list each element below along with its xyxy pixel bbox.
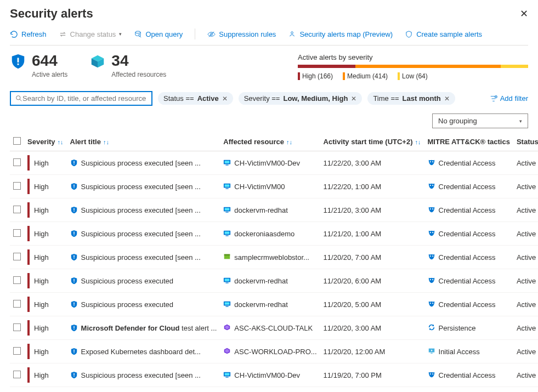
svg-point-21	[429, 185, 431, 186]
active-alerts-count: 644	[32, 53, 67, 69]
remove-filter-icon[interactable]: ✕	[444, 95, 450, 103]
row-checkbox[interactable]	[13, 323, 21, 331]
filter-pill-time[interactable]: Time == Last month✕	[367, 92, 455, 105]
svg-rect-20	[226, 188, 229, 189]
svg-point-49	[432, 279, 433, 280]
table-row[interactable]: HighSuspicious process executed [seen ..…	[10, 198, 538, 222]
tactic-name: Persistence	[439, 324, 476, 332]
tactic-name: Credential Access	[439, 206, 496, 214]
search-input-wrapper[interactable]	[10, 91, 152, 106]
status-value: Active	[513, 269, 538, 293]
create-sample-alerts-button[interactable]: Create sample alerts	[405, 30, 482, 38]
close-icon[interactable]: ✕	[520, 8, 528, 20]
col-status[interactable]: Status↑↓	[513, 133, 538, 151]
tactic-name: Credential Access	[439, 183, 496, 191]
table-row[interactable]: HighSuspicious process executed [seen ..…	[10, 246, 538, 269]
suppression-rules-button[interactable]: Suppression rules	[207, 30, 276, 38]
activity-time: 11/20/20, 12:00 AM	[320, 340, 424, 363]
table-row[interactable]: HighSuspicious process executed [seen ..…	[10, 363, 538, 387]
person-pin-icon	[288, 30, 296, 38]
table-row[interactable]: HighSuspicious process executed [seen ..…	[10, 222, 538, 246]
resource-name: dockervm-redhat	[234, 277, 288, 285]
severity-low-legend[interactable]: Low (64)	[398, 72, 428, 80]
affected-resources-count: 34	[111, 53, 166, 69]
remove-filter-icon[interactable]: ✕	[351, 95, 356, 103]
filter-pill-status[interactable]: Status == Active✕	[158, 92, 233, 105]
svg-rect-38	[73, 258, 74, 259]
shield-icon	[70, 348, 78, 355]
row-checkbox[interactable]	[13, 229, 21, 237]
svg-rect-50	[73, 303, 74, 305]
severity-panel: Active alerts by severity High (166) Med…	[298, 53, 528, 80]
status-value: Active	[513, 363, 538, 387]
svg-rect-9	[73, 161, 74, 163]
resource-name: samplecrmweblobstor...	[234, 253, 309, 262]
svg-rect-24	[73, 211, 74, 212]
svg-rect-67	[73, 373, 74, 376]
remove-filter-icon[interactable]: ✕	[222, 95, 228, 103]
severity-strip	[27, 273, 30, 288]
tactic-icon	[428, 158, 435, 168]
table-row[interactable]: HighSuspicious process executeddockervm-…	[10, 293, 538, 316]
resource-name: dockervm-redhat	[234, 206, 288, 214]
row-checkbox[interactable]	[13, 158, 21, 166]
tactic-icon	[428, 300, 435, 309]
status-value: Active	[513, 246, 538, 269]
filter-pill-severity[interactable]: Severity == Low, Medium, High✕	[239, 92, 363, 105]
severity-value: High	[34, 183, 49, 191]
col-severity[interactable]: Severity↑↓	[24, 133, 67, 151]
eye-off-icon	[207, 30, 216, 38]
open-query-button[interactable]: Open query	[134, 30, 183, 38]
severity-value: High	[34, 300, 49, 309]
cube-icon	[89, 53, 106, 70]
shield-icon	[70, 300, 78, 308]
col-resource[interactable]: Affected resource↑↓	[220, 133, 320, 151]
svg-rect-70	[225, 373, 230, 375]
svg-rect-46	[225, 279, 230, 281]
row-checkbox[interactable]	[13, 347, 21, 355]
select-all-checkbox[interactable]	[13, 137, 21, 145]
svg-point-42	[432, 255, 433, 257]
status-value: Active	[513, 151, 538, 175]
resource-name: dockeroniaasdemo	[234, 230, 295, 238]
refresh-button[interactable]: Refresh	[10, 30, 47, 38]
svg-rect-16	[73, 185, 74, 187]
svg-rect-47	[226, 282, 229, 283]
add-filter-button[interactable]: Add filter	[490, 94, 528, 103]
row-checkbox[interactable]	[13, 253, 21, 260]
row-checkbox[interactable]	[13, 371, 21, 378]
alerts-map-button[interactable]: Security alerts map (Preview)	[288, 30, 393, 38]
svg-rect-66	[431, 353, 433, 353]
table-row[interactable]: HighSuspicious process executed [seen ..…	[10, 175, 538, 198]
col-time[interactable]: Activity start time (UTC+2)↑↓	[320, 133, 424, 151]
severity-medium-legend[interactable]: Medium (414)	[343, 72, 388, 80]
svg-rect-23	[73, 208, 74, 211]
resource-icon	[223, 347, 231, 356]
svg-rect-54	[226, 306, 229, 306]
table-row[interactable]: HighSuspicious process executeddockervm-…	[10, 269, 538, 293]
svg-point-48	[429, 279, 431, 280]
row-checkbox[interactable]	[13, 276, 21, 284]
shield-icon	[70, 230, 78, 237]
grouping-select[interactable]: No grouping ▾	[432, 113, 528, 128]
table-row[interactable]: HighExposed Kubernetes dashboard det...A…	[10, 340, 538, 363]
table-row[interactable]: HighMicrosoft Defender for Cloud test al…	[10, 316, 538, 340]
table-row[interactable]: HighSuspicious process executed [seen ..…	[10, 151, 538, 175]
row-checkbox[interactable]	[13, 206, 21, 213]
svg-point-56	[432, 303, 433, 304]
activity-time: 11/20/20, 6:00 AM	[320, 269, 424, 293]
active-alerts-stat: 644 Active alerts	[10, 53, 67, 78]
change-status-button[interactable]: Change status ▾	[59, 30, 122, 38]
svg-rect-62	[73, 353, 74, 353]
shield-icon	[70, 371, 78, 379]
svg-point-55	[429, 303, 431, 304]
col-tactics[interactable]: MITRE ATT&CK® tactics	[424, 133, 513, 151]
row-checkbox[interactable]	[13, 300, 21, 308]
severity-value: High	[34, 253, 49, 262]
severity-value: High	[34, 324, 49, 332]
severity-high-legend[interactable]: High (166)	[298, 72, 333, 80]
row-checkbox[interactable]	[13, 182, 21, 190]
search-input[interactable]	[22, 94, 147, 103]
col-title[interactable]: Alert title↑↓	[67, 133, 220, 151]
svg-rect-43	[73, 279, 74, 281]
